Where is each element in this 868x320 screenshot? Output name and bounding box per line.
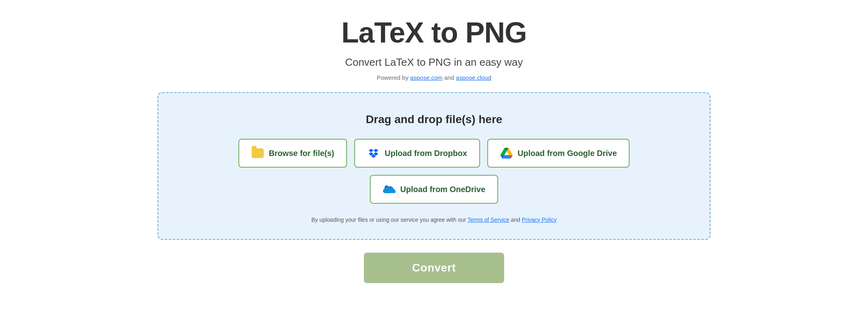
privacy-policy-link[interactable]: Privacy Policy [522,217,557,223]
dropbox-icon [367,147,380,160]
powered-by-text: Powered by aspose.com and aspose.cloud [377,74,491,81]
onedrive-icon [383,183,396,196]
aspose-cloud-link[interactable]: aspose.cloud [456,74,491,81]
page-subtitle: Convert LaTeX to PNG in an easy way [345,56,523,69]
google-drive-icon [500,147,513,160]
folder-icon [251,147,264,160]
drop-zone[interactable]: Drag and drop file(s) here Browse for fi… [157,92,711,240]
upload-buttons-group: Browse for file(s) Upload from Dropbox [174,139,694,204]
convert-button[interactable]: Convert [364,253,504,283]
onedrive-button[interactable]: Upload from OneDrive [370,175,498,204]
aspose-com-link[interactable]: aspose.com [410,74,442,81]
terms-of-service-link[interactable]: Terms of Service [468,217,509,223]
browse-button[interactable]: Browse for file(s) [238,139,347,168]
google-drive-button[interactable]: Upload from Google Drive [487,139,630,168]
dropbox-button[interactable]: Upload from Dropbox [354,139,480,168]
terms-text: By uploading your files or using our ser… [311,217,557,223]
drop-zone-title: Drag and drop file(s) here [366,113,503,126]
page-title: LaTeX to PNG [341,16,527,49]
